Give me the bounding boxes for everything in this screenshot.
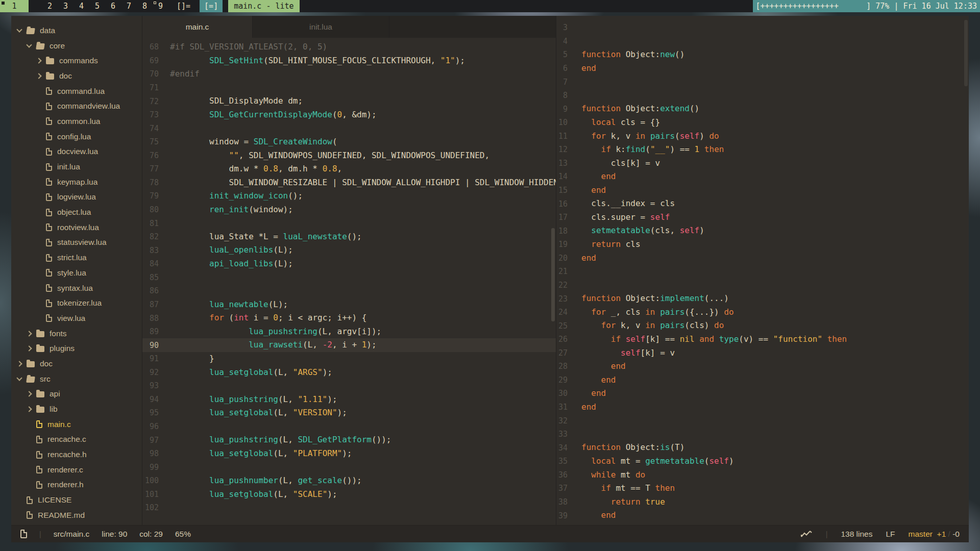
code-line-72[interactable]: 72 SDL_DisplayMode dm; xyxy=(142,94,556,108)
code-line-13[interactable]: 13 cls[k] = v xyxy=(556,157,969,170)
code-line-24[interactable]: 24 for _, cls in pairs({...}) do xyxy=(556,306,969,319)
code-line-23[interactable]: 23function Object:implement(...) xyxy=(556,292,969,306)
tree-item-logview.lua[interactable]: logview.lua xyxy=(11,190,142,205)
tree-item-config.lua[interactable]: config.lua xyxy=(11,129,142,144)
workspace-tag-9[interactable]: 9 xyxy=(153,0,168,12)
tree-item-init.lua[interactable]: init.lua xyxy=(11,159,142,174)
code-line-14[interactable]: 14 end xyxy=(556,170,969,184)
workspace-tag-6[interactable]: 6 xyxy=(105,0,121,12)
tree-item-rencache.h[interactable]: rencache.h xyxy=(11,447,142,462)
code-line-26[interactable]: 26 if self[k] == nil and type(v) == "fun… xyxy=(556,333,969,346)
code-line-92[interactable]: 92 lua_setglobal(L, "ARGS"); xyxy=(142,366,556,380)
workspace-tag-5[interactable]: 5 xyxy=(89,0,105,12)
tree-item-README.md[interactable]: README.md xyxy=(11,508,142,523)
code-line-86[interactable]: 86 xyxy=(142,284,556,298)
workspace-tag-4[interactable]: 4 xyxy=(74,0,89,12)
code-line-3[interactable]: 3 xyxy=(556,21,969,35)
workspace-tag-7[interactable]: 7 xyxy=(121,0,137,12)
code-line-95[interactable]: 95 lua_setglobal(L, "VERSION"); xyxy=(142,406,556,420)
code-line-89[interactable]: 89 lua_pushstring(L, argv[i]); xyxy=(142,325,556,339)
code-line-19[interactable]: 19 return cls xyxy=(556,238,969,252)
code-line-33[interactable]: 33 xyxy=(556,428,969,441)
code-line-8[interactable]: 8 xyxy=(556,89,969,103)
code-line-69[interactable]: 69 SDL_SetHint(SDL_HINT_MOUSE_FOCUS_CLIC… xyxy=(142,54,556,68)
code-line-7[interactable]: 7 xyxy=(556,75,969,89)
code-line-91[interactable]: 91 } xyxy=(142,352,556,366)
tree-item-renderer.h[interactable]: renderer.h xyxy=(11,478,142,493)
code-line-22[interactable]: 22 xyxy=(556,279,969,292)
code-line-99[interactable]: 99 xyxy=(142,460,556,474)
scrollbar-thumb[interactable] xyxy=(551,228,555,321)
tree-item-core[interactable]: core xyxy=(11,38,142,54)
code-line-94[interactable]: 94 lua_pushstring(L, "1.11"); xyxy=(142,393,556,407)
code-line-15[interactable]: 15 end xyxy=(556,184,969,197)
tree-item-rootview.lua[interactable]: rootview.lua xyxy=(11,220,142,235)
tab-init.lua[interactable]: init.lua xyxy=(253,16,389,38)
code-line-80[interactable]: 80 ren_init(window); xyxy=(142,203,556,217)
code-line-35[interactable]: 35 local mt = getmetatable(self) xyxy=(556,455,969,468)
focused-layout-symbol[interactable]: [=] xyxy=(200,0,223,12)
code-line-87[interactable]: 87 lua_newtable(L); xyxy=(142,298,556,312)
tree-item-fonts[interactable]: fonts xyxy=(11,326,142,341)
tree-item-src[interactable]: src xyxy=(11,371,142,387)
code-line-34[interactable]: 34function Object:is(T) xyxy=(556,441,969,455)
tree-item-doc[interactable]: doc xyxy=(11,356,142,371)
tree-item-statusview.lua[interactable]: statusview.lua xyxy=(11,235,142,251)
code-line-9[interactable]: 9function Object:extend() xyxy=(556,102,969,116)
tree-item-api[interactable]: api xyxy=(11,387,142,402)
code-line-78[interactable]: 78 SDL_WINDOW_RESIZABLE | SDL_WINDOW_ALL… xyxy=(142,176,556,190)
code-line-31[interactable]: 31end xyxy=(556,400,969,414)
tree-item-commands[interactable]: commands xyxy=(11,53,142,68)
tree-item-renderer.c[interactable]: renderer.c xyxy=(11,462,142,478)
workspace-tag-3[interactable]: 3 xyxy=(58,0,74,12)
tree-item-view.lua[interactable]: view.lua xyxy=(11,311,142,326)
code-line-93[interactable]: 93 xyxy=(142,379,556,393)
tree-item-syntax.lua[interactable]: syntax.lua xyxy=(11,281,142,296)
code-line-30[interactable]: 30 end xyxy=(556,387,969,400)
code-line-84[interactable]: 84 api_load_libs(L); xyxy=(142,257,556,271)
code-line-96[interactable]: 96 xyxy=(142,420,556,434)
code-line-10[interactable]: 10 local cls = {} xyxy=(556,116,969,130)
code-line-88[interactable]: 88 for (int i = 0; i < argc; i++) { xyxy=(142,311,556,325)
tree-item-doc[interactable]: doc xyxy=(11,68,142,84)
tree-item-commandview.lua[interactable]: commandview.lua xyxy=(11,98,142,114)
tab-main.c[interactable]: main.c xyxy=(142,16,253,38)
code-line-97[interactable]: 97 lua_pushstring(L, SDL_GetPlatform()); xyxy=(142,433,556,447)
tree-item-keymap.lua[interactable]: keymap.lua xyxy=(11,174,142,190)
tree-item-plugins[interactable]: plugins xyxy=(11,341,142,356)
code-line-73[interactable]: 73 SDL_GetCurrentDisplayMode(0, &dm); xyxy=(142,108,556,122)
code-line-71[interactable]: 71 xyxy=(142,81,556,95)
code-line-16[interactable]: 16 cls.__index = cls xyxy=(556,197,969,211)
code-line-17[interactable]: 17 cls.super = self xyxy=(556,211,969,224)
code-line-74[interactable]: 74 xyxy=(142,121,556,135)
code-line-102[interactable]: 102 xyxy=(142,501,556,515)
code-line-83[interactable]: 83 luaL_openlibs(L); xyxy=(142,243,556,257)
code-line-39[interactable]: 39 end xyxy=(556,509,969,522)
code-line-77[interactable]: 77 dm.w * 0.8, dm.h * 0.8, xyxy=(142,162,556,176)
code-line-38[interactable]: 38 return true xyxy=(556,495,969,509)
code-line-4[interactable]: 4 xyxy=(556,35,969,48)
tree-item-style.lua[interactable]: style.lua xyxy=(11,265,142,281)
code-line-76[interactable]: 76 "", SDL_WINDOWPOS_UNDEFINED, SDL_WIND… xyxy=(142,149,556,163)
status-col[interactable]: col: 29 xyxy=(139,530,163,539)
tree-item-rencache.c[interactable]: rencache.c xyxy=(11,432,142,447)
code-line-82[interactable]: 82 lua_State *L = luaL_newstate(); xyxy=(142,230,556,244)
workspace-tag-1[interactable]: 1 xyxy=(0,0,29,12)
code-line-5[interactable]: 5function Object:new() xyxy=(556,48,969,62)
code-line-79[interactable]: 79 init_window_icon(); xyxy=(142,189,556,203)
tree-item-common.lua[interactable]: common.lua xyxy=(11,114,142,129)
code-line-85[interactable]: 85 xyxy=(142,271,556,285)
code-line-70[interactable]: 70#endif xyxy=(142,67,556,81)
status-line-ending[interactable]: LF xyxy=(886,530,895,539)
tree-item-main.c[interactable]: main.c xyxy=(11,417,142,432)
tree-item-tokenizer.lua[interactable]: tokenizer.lua xyxy=(11,295,142,311)
code-line-75[interactable]: 75 window = SDL_CreateWindow( xyxy=(142,135,556,149)
tree-item-strict.lua[interactable]: strict.lua xyxy=(11,250,142,265)
layout-symbol[interactable]: []= xyxy=(175,0,192,12)
workspace-tag-8[interactable]: 8 xyxy=(137,0,153,12)
code-line-90[interactable]: 90 lua_rawseti(L, -2, i + 1); xyxy=(142,338,556,352)
code-line-12[interactable]: 12 if k:find("__") == 1 then xyxy=(556,143,969,157)
code-line-20[interactable]: 20end xyxy=(556,252,969,265)
code-line-25[interactable]: 25 for k, v in pairs(cls) do xyxy=(556,319,969,333)
code-line-32[interactable]: 32 xyxy=(556,414,969,428)
